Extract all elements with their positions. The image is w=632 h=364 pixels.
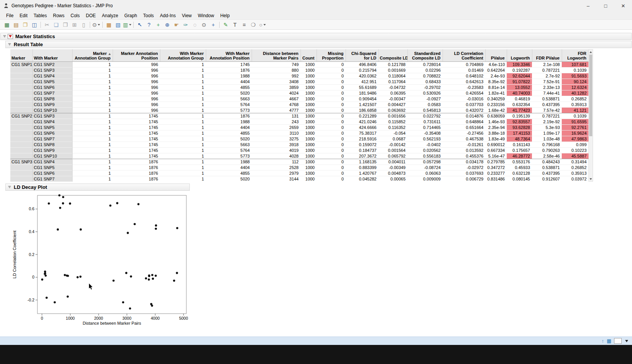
scatter-point[interactable] [125, 272, 128, 274]
cell-pvalue[interactable]: 3.88e-18 [485, 130, 507, 136]
cell-composite_ld[interactable]: 0.00065 [378, 176, 407, 182]
cell-marker_annotation_group[interactable]: 1 [72, 79, 113, 84]
table-row[interactable]: CG1 SNP71174515020327510000218.59160.068… [10, 136, 588, 142]
cell-with_marker_annotation_position[interactable]: 5663 [206, 96, 252, 101]
table-row[interactable]: CG1 SNP10199615773477710000186.68580.063… [10, 107, 588, 113]
scatter-point[interactable] [64, 274, 66, 276]
layout-icon[interactable]: ▯ [79, 21, 88, 29]
scatter-point[interactable] [116, 202, 118, 205]
cell-standardized_composite_ld[interactable]: 0.009009 [407, 176, 443, 182]
cell-distance_between_marker_pairs[interactable]: 3110 [252, 130, 301, 136]
cell-fdr_logworth[interactable]: 91.5693 [562, 73, 588, 79]
cell-logworth[interactable]: 0.161143 [507, 142, 532, 147]
cell-distance_between_marker_pairs[interactable]: 880 [252, 67, 301, 73]
cell-with-marker[interactable]: CG1 SNP7 [32, 90, 72, 96]
cell-composite_ld[interactable]: 0.117064 [378, 79, 407, 84]
cell-fdr_logworth[interactable]: 0.1039 [562, 113, 588, 119]
cell-with_marker_annotation_position[interactable]: 5764 [206, 101, 252, 107]
scatter-point[interactable] [57, 229, 59, 231]
cell-distance_between_marker_pairs[interactable]: 749 [252, 61, 301, 67]
cell-with_marker_annotation_position[interactable]: 5764 [206, 147, 252, 153]
column-header-marker_annotation_position[interactable]: Marker AnnotationPosition [113, 49, 160, 61]
table-row[interactable]: CG1 SNP1CG1 SNP219961174574910000496.840… [10, 61, 588, 67]
table-row[interactable]: CG1 SNP4117451198824310000421.02460.1158… [10, 119, 588, 124]
cell-standardized_composite_ld[interactable]: 0.562193 [407, 136, 443, 142]
cell-marker_annotation_group[interactable]: 1 [72, 176, 113, 182]
cell-with_marker_annotation_position[interactable]: 1988 [206, 159, 252, 164]
cell-with_marker_annotation_group[interactable]: 1 [160, 107, 206, 113]
menu-view[interactable]: View [179, 12, 195, 19]
cell-chi_squared_for_ld[interactable]: 0.883399 [346, 164, 378, 170]
cell-marker_annotation_position[interactable]: 1745 [113, 142, 160, 147]
cell-marker_annotation_position[interactable]: 1876 [113, 159, 160, 164]
cell-standardized_composite_ld[interactable]: -0.0402 [407, 142, 443, 147]
cell-fdr_pvalue[interactable]: 0.912607 [532, 176, 562, 182]
cell-count[interactable]: 1000 [301, 147, 317, 153]
cell-count[interactable]: 1000 [301, 67, 317, 73]
cell-fdr_pvalue[interactable]: 0.796168 [532, 142, 562, 147]
cell-pvalue[interactable]: 0.642264 [485, 67, 507, 73]
cell-marker_annotation_group[interactable]: 1 [72, 153, 113, 159]
scatter-point[interactable] [48, 202, 50, 205]
window-arrange-icon[interactable]: ▥ [123, 21, 131, 29]
cell-count[interactable]: 1000 [301, 130, 317, 136]
cell-marker_annotation_group[interactable]: 1 [72, 61, 113, 67]
menu-help[interactable]: Help [217, 12, 233, 19]
cell-with_marker_annotation_position[interactable]: 4855 [206, 84, 252, 90]
cell-marker_annotation_position[interactable]: 996 [113, 79, 160, 84]
cell-marker[interactable] [10, 142, 32, 147]
cell-marker_annotation_group[interactable]: 1 [72, 90, 113, 96]
scatter-point[interactable] [155, 228, 157, 230]
cut-icon[interactable]: ✂ [43, 21, 51, 29]
cell-pvalue[interactable]: 0.279785 [485, 159, 507, 164]
cell-logworth[interactable]: 0.632354 [507, 101, 532, 107]
scatter-point[interactable] [41, 279, 44, 281]
cell-with-marker[interactable]: CG1 SNP6 [32, 84, 72, 90]
cell-marker[interactable] [10, 176, 32, 182]
cell-composite_ld[interactable]: -0.00349 [378, 164, 407, 170]
menu-tools[interactable]: Tools [140, 12, 157, 19]
brush-tool-icon[interactable]: ✑ [181, 21, 190, 29]
cell-marker_annotation_position[interactable]: 1745 [113, 153, 160, 159]
scatter-point[interactable] [151, 304, 153, 307]
cell-fdr_logworth[interactable]: 0.35913 [562, 101, 588, 107]
lasso-tool-icon[interactable]: ◌ [191, 21, 199, 29]
cell-distance_between_marker_pairs[interactable]: 3918 [252, 142, 301, 147]
cell-marker_annotation_group[interactable]: 1 [72, 124, 113, 130]
cell-marker_annotation_group[interactable]: 1 [72, 101, 113, 107]
cell-marker[interactable] [10, 107, 32, 113]
scatter-point[interactable] [155, 275, 157, 277]
cell-chi_squared_for_ld[interactable]: 1.168135 [346, 159, 378, 164]
cell-distance_between_marker_pairs[interactable]: 4028 [252, 153, 301, 159]
cell-with-marker[interactable]: CG1 SNP5 [32, 124, 72, 130]
cell-count[interactable]: 1000 [301, 79, 317, 84]
cell-fdr_logworth[interactable]: 16.9624 [562, 130, 588, 136]
cell-ld_correlation_coefficient[interactable]: -0.02972 [443, 164, 485, 170]
cell-fdr_pvalue[interactable]: 0.484243 [532, 159, 562, 164]
cell-pvalue[interactable]: 0.690012 [485, 142, 507, 147]
cell-with_marker_annotation_position[interactable]: 5773 [206, 153, 252, 159]
cell-distance_between_marker_pairs[interactable]: 3859 [252, 84, 301, 90]
cell-ld_correlation_coefficient[interactable]: 0.648102 [443, 73, 485, 79]
cell-with_marker_annotation_group[interactable]: 1 [160, 124, 206, 130]
maximize-button[interactable]: □ [597, 0, 614, 11]
scatter-point[interactable] [76, 276, 79, 279]
cell-fdr_pvalue[interactable]: 1.09e-17 [532, 130, 562, 136]
cell-marker[interactable]: CG1 SNP1 [10, 61, 32, 67]
cell-count[interactable]: 1000 [301, 164, 317, 170]
cell-ld_correlation_coefficient[interactable]: 0.037703 [443, 101, 485, 107]
cell-chi_squared_for_ld[interactable]: 424.6666 [346, 124, 378, 130]
scatter-point[interactable] [145, 277, 147, 280]
menu-edit[interactable]: Edit [16, 12, 31, 19]
cell-pvalue[interactable]: 4.6e-110 [485, 61, 507, 67]
cell-fdr_pvalue[interactable]: 0.790263 [532, 147, 562, 153]
cell-chi_squared_for_ld[interactable]: 0.215794 [346, 67, 378, 73]
cell-missing_proportion[interactable]: 0 [317, 136, 346, 142]
cell-with-marker[interactable]: CG1 SNP10 [32, 107, 72, 113]
cell-missing_proportion[interactable]: 0 [317, 84, 346, 90]
cell-composite_ld[interactable]: 0.121788 [378, 61, 407, 67]
cell-count[interactable]: 1000 [301, 170, 317, 176]
cell-fdr_pvalue[interactable]: 7.44e-41 [532, 90, 562, 96]
cell-marker_annotation_position[interactable]: 1745 [113, 147, 160, 153]
cell-logworth[interactable]: 91.07822 [507, 79, 532, 84]
